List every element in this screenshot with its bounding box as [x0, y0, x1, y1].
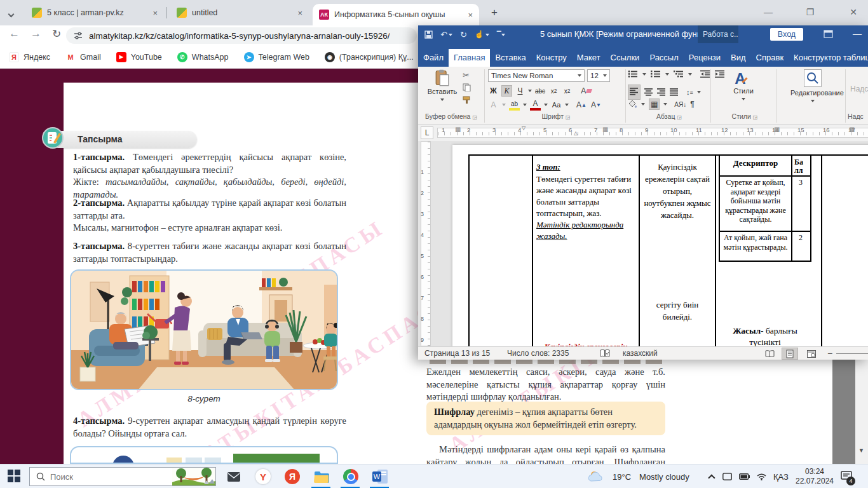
tab-layout[interactable]: Макет	[572, 49, 606, 67]
table-column-marker-icon[interactable]: ▦	[774, 126, 780, 133]
horizontal-ruler[interactable]: L 123456789101112131415161718 ▦ ▦ ▦ ▦ ▽ …	[418, 125, 868, 141]
redo-icon[interactable]: ↻	[460, 30, 467, 39]
yandex-browser-icon[interactable]: Y	[252, 468, 275, 485]
font-color-button[interactable]: А	[530, 99, 541, 111]
battery-icon[interactable]	[739, 473, 750, 480]
keyboard-language[interactable]: ҚАЗ	[773, 472, 789, 482]
bookmark-transcription[interactable]: ◉(Транскрипция) Құ...	[325, 52, 414, 62]
tab-close-icon[interactable]: ×	[297, 8, 302, 18]
scroll-down-arrow-icon[interactable]: ▼	[858, 447, 864, 454]
tab-review[interactable]: Рецензи	[684, 49, 726, 67]
language-indicator[interactable]: казахский	[623, 347, 658, 360]
start-button[interactable]	[8, 470, 22, 484]
word-count[interactable]: Число слов: 2335	[507, 347, 569, 360]
chrome-taskbar-icon[interactable]	[339, 468, 362, 485]
align-center-button[interactable]	[644, 88, 653, 96]
browser-tab-1[interactable]: 5 класс | arman-pv.kz ×	[25, 0, 164, 25]
clock[interactable]: 03:24 22.07.2024	[796, 467, 834, 486]
search-highlight-image[interactable]	[172, 467, 215, 486]
table-column-marker-icon[interactable]: ▦	[455, 126, 461, 133]
sort-icon[interactable]: АЯ↓	[674, 101, 686, 108]
search-input[interactable]	[50, 472, 158, 482]
tab-close-icon[interactable]: ×	[468, 10, 473, 20]
superscript-button[interactable]: x2	[562, 85, 573, 97]
underline-button[interactable]: Ч	[515, 85, 526, 97]
align-right-button[interactable]	[657, 88, 666, 96]
collaboration-tab[interactable]: Работа с...	[698, 25, 738, 43]
yandex-app-icon[interactable]: Я	[281, 468, 304, 485]
print-layout-button[interactable]	[782, 348, 798, 360]
shading-icon[interactable]	[628, 100, 637, 109]
dialog-launcher-icon[interactable]: ◲	[753, 114, 758, 120]
proofing-icon[interactable]	[600, 349, 610, 358]
bullets-icon[interactable]	[628, 70, 638, 78]
clear-formatting-button[interactable]: А	[580, 85, 592, 97]
bold-button[interactable]: Ж	[488, 85, 499, 97]
tab-file[interactable]: Файл	[418, 49, 449, 67]
format-painter-icon[interactable]	[463, 96, 471, 104]
copy-icon[interactable]	[463, 83, 471, 92]
browser-tab-3-active[interactable]: АК Информатика 5-сынып оқушы ×	[313, 4, 479, 25]
text-effects-button[interactable]: А	[488, 99, 499, 111]
font-size-combobox[interactable]: 12	[587, 69, 610, 82]
styles-button[interactable]: A Стили	[723, 71, 764, 102]
bookmark-yandex[interactable]: ЯЯндекс	[9, 52, 50, 62]
tab-mailings[interactable]: Рассыл	[644, 49, 683, 67]
word-document-area[interactable]: 123456789 Дескриптор Ба лл Суретке ат қо…	[418, 141, 868, 346]
editing-button[interactable]: Редактирование	[790, 69, 835, 104]
dialog-launcher-icon[interactable]: ◲	[472, 114, 477, 120]
save-icon[interactable]	[424, 30, 433, 39]
mail-app-icon[interactable]	[222, 468, 245, 485]
cut-icon[interactable]: ✂	[463, 71, 470, 80]
browser-tab-2[interactable]: untitled ×	[170, 0, 309, 25]
customize-qat-icon[interactable]: ▔	[497, 31, 505, 37]
hanging-indent-marker[interactable]: △	[574, 130, 578, 136]
bookmark-telegram[interactable]: ➤Telegram Web	[244, 52, 309, 62]
pilcrow-button[interactable]: ¶	[690, 100, 694, 109]
table-column-marker-icon[interactable]: ▦	[602, 126, 608, 133]
new-tab-button[interactable]: +	[487, 5, 502, 20]
justify-button[interactable]	[670, 88, 679, 96]
paste-button[interactable]: Вставить	[427, 69, 458, 103]
chrome-minimize-button[interactable]: —	[754, 0, 783, 24]
word-taskbar-icon[interactable]: W	[369, 468, 391, 485]
tray-expand-icon[interactable]	[708, 474, 715, 481]
tab-help[interactable]: Справк	[751, 49, 789, 67]
tab-home[interactable]: Главная	[449, 49, 490, 67]
zoom-slider[interactable]	[836, 353, 868, 354]
table-column-marker-icon[interactable]: ▦	[849, 126, 855, 133]
dialog-launcher-icon[interactable]: ◲	[677, 114, 682, 120]
touch-mode-icon[interactable]: ☝	[475, 30, 489, 39]
tab-search-icon[interactable]	[9, 8, 18, 17]
tab-insert[interactable]: Вставка	[490, 49, 531, 67]
site-settings-icon[interactable]	[74, 31, 83, 40]
forward-icon[interactable]: →	[31, 27, 41, 40]
italic-button[interactable]: К	[501, 85, 512, 97]
zoom-out-button[interactable]: −	[827, 347, 832, 360]
tab-references[interactable]: Ссылки	[606, 49, 645, 67]
grow-font-button[interactable]: А▲	[576, 99, 587, 111]
address-bar[interactable]: almatykitap.kz/kz/catalog/informatika-5-…	[66, 27, 417, 44]
tab-design[interactable]: Констру	[531, 49, 572, 67]
taskbar-search[interactable]	[29, 467, 216, 486]
first-line-indent-marker[interactable]: ▽	[522, 125, 526, 131]
shrink-font-button[interactable]: А▼	[590, 99, 602, 111]
chrome-maximize-button[interactable]: ❐	[796, 0, 825, 24]
tablet-mode-icon[interactable]	[722, 473, 732, 480]
page-indicator[interactable]: Страница 13 из 15	[424, 347, 490, 360]
addins-button[interactable]: Надс	[850, 85, 868, 93]
font-name-combobox[interactable]: Times New Roman	[488, 69, 585, 82]
ribbon-display-options-icon[interactable]	[824, 30, 833, 38]
undo-icon[interactable]: ↶	[440, 30, 452, 39]
web-layout-button[interactable]	[803, 348, 820, 360]
chrome-close-button[interactable]: ✕	[839, 0, 868, 24]
read-mode-button[interactable]	[761, 348, 778, 360]
borders-button[interactable]: ▦	[649, 98, 660, 110]
tab-close-icon[interactable]: ×	[153, 8, 158, 18]
bookmark-gmail[interactable]: MGmail	[65, 52, 101, 62]
multilevel-list-icon[interactable]	[674, 70, 684, 78]
align-left-button[interactable]	[628, 85, 641, 100]
action-center-icon[interactable]: 4	[841, 471, 852, 483]
decrease-indent-icon[interactable]	[700, 70, 710, 78]
line-spacing-button[interactable]: ↕≡	[686, 88, 693, 96]
